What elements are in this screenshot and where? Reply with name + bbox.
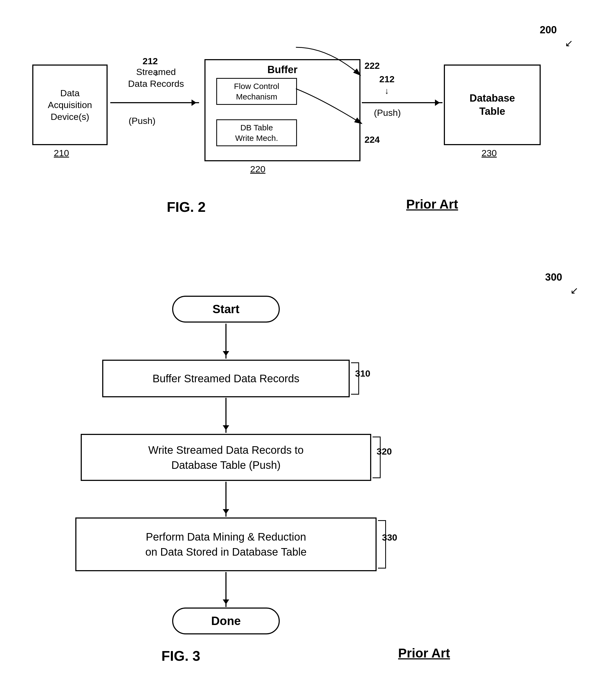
box-330: Perform Data Mining & Reductionon Data S… <box>75 517 377 571</box>
ref-220: 220 <box>250 164 266 175</box>
box-210: DataAcquisitionDevice(s) <box>32 64 108 145</box>
box-310-label: Buffer Streamed Data Records <box>153 373 300 385</box>
fig3-label: FIG. 3 <box>161 648 200 664</box>
bracket-320 <box>372 437 381 478</box>
db-write-label: DB TableWrite Mech. <box>235 122 278 143</box>
ref-224: 224 <box>365 134 380 145</box>
ref-212-mid: 212 <box>379 74 394 84</box>
ref-212-left: 212 <box>142 56 158 66</box>
ref-330: 330 <box>382 532 397 543</box>
box-220-title: Buffer <box>206 60 359 78</box>
box-flow-control: Flow ControlMechanism <box>216 78 297 105</box>
bracket-330 <box>378 520 386 569</box>
ref-230: 230 <box>481 148 497 158</box>
arrow-start-to-310-icon <box>226 324 227 359</box>
prior-art-1: Prior Art <box>406 197 458 212</box>
box-210-label: DataAcquisitionDevice(s) <box>48 87 92 123</box>
arrow-212-mid-icon: ↓ <box>385 86 389 96</box>
box-220: Buffer Flow ControlMechanism DB TableWri… <box>205 59 361 161</box>
arrow-200-icon: ↙ <box>565 38 573 49</box>
diagram-container: 200 ↙ DataAcquisitionDevice(s) 210 212 ↓… <box>0 0 616 693</box>
arrow-330-to-done-icon <box>226 572 227 607</box>
box-330-label: Perform Data Mining & Reductionon Data S… <box>145 529 307 559</box>
fig3-area: 300 ↙ Start Buffer Streamed Data Records… <box>0 263 616 683</box>
box-230-label: DatabaseTable <box>470 92 515 118</box>
done-capsule: Done <box>172 608 280 634</box>
box-320-label: Write Streamed Data Records toDatabase T… <box>148 442 304 473</box>
prior-art-2: Prior Art <box>398 646 450 660</box>
arrow-220-to-230-icon <box>362 102 443 103</box>
fig2-area: 200 ↙ DataAcquisitionDevice(s) 210 212 ↓… <box>0 16 616 258</box>
arrow-300-icon: ↙ <box>570 285 578 296</box>
box-230: DatabaseTable <box>444 64 541 145</box>
ref-210: 210 <box>54 148 69 158</box>
box-db-write: DB TableWrite Mech. <box>216 119 297 146</box>
push-left-label: (Push) <box>129 116 155 126</box>
arrow-310-to-320-icon <box>226 398 227 433</box>
ref-200: 200 <box>540 24 557 36</box>
ref-222: 222 <box>365 60 380 71</box>
push-right-label: (Push) <box>374 107 401 118</box>
ref-310: 310 <box>355 368 370 379</box>
arrow-320-to-330-icon <box>226 482 227 517</box>
ref-320: 320 <box>377 446 392 457</box>
ref-300: 300 <box>545 272 562 283</box>
start-capsule: Start <box>172 296 280 322</box>
streamed-data-label: StreamedData Records <box>121 66 191 90</box>
flow-control-label: Flow ControlMechanism <box>234 81 279 102</box>
box-310: Buffer Streamed Data Records <box>102 360 350 397</box>
fig2-label: FIG. 2 <box>167 199 206 215</box>
arrow-210-to-220-icon <box>110 102 199 103</box>
box-320: Write Streamed Data Records toDatabase T… <box>81 434 371 481</box>
